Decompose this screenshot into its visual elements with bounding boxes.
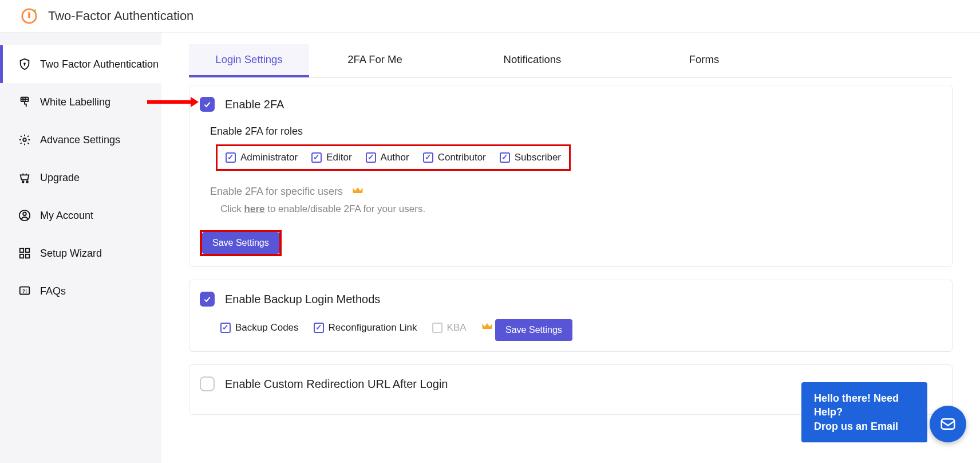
sidebar-item-advance-settings[interactable]: Advance Settings — [0, 121, 161, 159]
role-label: Subscriber — [515, 152, 561, 163]
sidebar-item-label: FAQs — [40, 285, 66, 297]
method-kba: KBA — [432, 322, 467, 333]
method-backup-codes[interactable]: Backup Codes — [220, 322, 299, 333]
help-tooltip: Hello there! Need Help? Drop us an Email — [801, 382, 927, 442]
svg-rect-1 — [28, 14, 30, 18]
sidebar-item-label: My Account — [40, 210, 93, 222]
role-author[interactable]: Author — [366, 152, 409, 163]
crown-icon — [352, 186, 363, 198]
sidebar-item-label: Two Factor Authentication — [40, 58, 159, 70]
enable-2fa-checkbox[interactable] — [200, 97, 215, 112]
sidebar-item-label: White Labelling — [40, 96, 110, 108]
roles-highlight-box: Administrator Editor Author Contributor … — [216, 144, 571, 171]
help-chat-button[interactable] — [930, 406, 966, 442]
gear-icon — [18, 134, 31, 146]
sidebar-item-faqs[interactable]: ?! FAQs — [0, 272, 161, 310]
annotation-arrow-icon — [146, 96, 199, 108]
tab-notifications[interactable]: Notifications — [441, 44, 624, 77]
backup-methods-card: Enable Backup Login Methods Backup Codes… — [189, 280, 953, 352]
enable-2fa-card: Enable 2FA Enable 2FA for roles Administ… — [189, 85, 953, 267]
sidebar-item-setup-wizard[interactable]: Setup Wizard — [0, 234, 161, 272]
sidebar-item-2fa[interactable]: Two Factor Authentication — [0, 45, 161, 83]
crown-icon — [481, 322, 493, 333]
svg-point-5 — [23, 138, 26, 142]
sidebar-item-label: Setup Wizard — [40, 248, 102, 260]
page-title: Two-Factor Authentication — [48, 9, 193, 23]
brush-icon — [18, 96, 31, 108]
sidebar: Two Factor Authentication White Labellin… — [0, 33, 161, 463]
svg-rect-12 — [20, 254, 23, 258]
role-subscriber[interactable]: Subscriber — [500, 152, 561, 163]
user-icon — [18, 209, 31, 222]
backup-title: Enable Backup Login Methods — [225, 293, 380, 306]
sidebar-item-label: Upgrade — [40, 172, 80, 184]
svg-marker-17 — [191, 97, 199, 107]
svg-point-7 — [26, 181, 28, 183]
role-label: Author — [381, 152, 409, 163]
sidebar-item-white-labelling[interactable]: White Labelling — [0, 83, 161, 121]
specific-users-hint: Click here to enable/disable 2FA for you… — [220, 203, 942, 215]
role-label: Editor — [326, 152, 351, 163]
svg-rect-18 — [942, 419, 955, 429]
specific-users-link[interactable]: here — [244, 203, 265, 214]
svg-rect-11 — [26, 249, 29, 252]
role-contributor[interactable]: Contributor — [423, 152, 486, 163]
svg-point-9 — [23, 213, 26, 216]
enable-redirect-checkbox[interactable] — [200, 376, 215, 391]
method-label: KBA — [447, 322, 467, 333]
sidebar-item-my-account[interactable]: My Account — [0, 197, 161, 234]
method-label: Reconfiguration Link — [329, 322, 417, 333]
enable-2fa-title: Enable 2FA — [225, 98, 284, 111]
sidebar-item-label: Advance Settings — [40, 134, 120, 146]
svg-point-2 — [28, 12, 30, 14]
grid-icon — [18, 247, 31, 260]
svg-rect-13 — [26, 254, 29, 258]
tabs: Login Settings 2FA For Me Notifications … — [189, 44, 953, 78]
role-label: Contributor — [438, 152, 486, 163]
svg-point-6 — [22, 181, 24, 183]
cart-icon — [18, 171, 31, 184]
redirect-title: Enable Custom Redirection URL After Logi… — [225, 378, 448, 391]
app-logo-icon — [21, 7, 38, 25]
role-administrator[interactable]: Administrator — [226, 152, 298, 163]
svg-rect-10 — [20, 249, 23, 252]
save-backup-button[interactable]: Save Settings — [495, 319, 572, 341]
tab-2fa-for-me[interactable]: 2FA For Me — [309, 44, 441, 77]
tab-forms[interactable]: Forms — [624, 44, 784, 77]
shield-icon — [18, 58, 31, 70]
specific-users-label: Enable 2FA for specific users — [210, 186, 343, 198]
sidebar-item-upgrade[interactable]: Upgrade — [0, 159, 161, 197]
method-label: Backup Codes — [235, 322, 299, 333]
method-reconfiguration-link[interactable]: Reconfiguration Link — [314, 322, 417, 333]
enable-backup-checkbox[interactable] — [200, 292, 215, 307]
role-editor[interactable]: Editor — [311, 152, 351, 163]
tab-login-settings[interactable]: Login Settings — [189, 44, 309, 77]
role-label: Administrator — [240, 152, 298, 163]
faq-icon: ?! — [18, 285, 31, 297]
top-bar: Two-Factor Authentication — [0, 0, 980, 33]
save-settings-button[interactable]: Save Settings — [202, 232, 279, 254]
save-highlight-box: Save Settings — [200, 230, 282, 256]
roles-label: Enable 2FA for roles — [210, 125, 942, 138]
svg-text:?!: ?! — [22, 289, 27, 294]
svg-point-3 — [24, 63, 25, 64]
